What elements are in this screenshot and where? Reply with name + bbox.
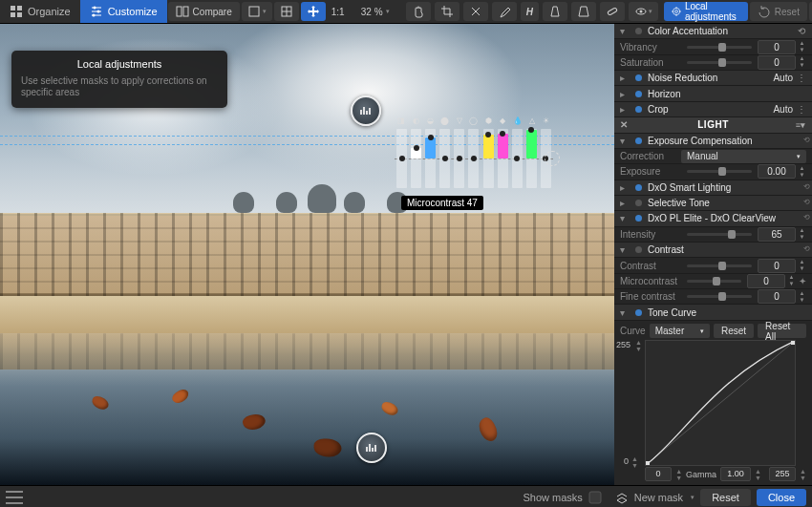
- hdr-crop[interactable]: ▸CropAuto⋮: [614, 102, 812, 117]
- slider-fine-contrast[interactable]: Fine contrast0▲▼: [614, 289, 812, 305]
- stepper-y[interactable]: ▲▼: [635, 339, 642, 352]
- slider-contrast[interactable]: Contrast0▲▼: [614, 258, 812, 273]
- rotate-tool[interactable]: [463, 2, 488, 21]
- wb-tool[interactable]: [492, 2, 517, 21]
- mask-stack-icon[interactable]: [615, 491, 629, 504]
- bandaid-icon: [606, 5, 619, 18]
- svg-point-4: [93, 7, 96, 10]
- row-correction[interactable]: CorrectionManual▾: [614, 149, 812, 164]
- layout-single-button[interactable]: ▾: [242, 2, 272, 21]
- crop-tool[interactable]: [435, 2, 459, 21]
- checkbox-icon[interactable]: [588, 491, 602, 504]
- curve-svg: [646, 341, 795, 465]
- section-light[interactable]: ✕LIGHT≡▾: [614, 117, 812, 133]
- stepper[interactable]: ▲▼: [798, 40, 806, 53]
- svg-rect-21: [646, 461, 650, 465]
- photo-building: [0, 213, 614, 296]
- svg-rect-2: [11, 12, 15, 17]
- move-tool[interactable]: [301, 2, 326, 21]
- gamma-label: Gamma: [686, 470, 716, 479]
- gamma-value[interactable]: 1.00: [720, 467, 751, 481]
- hdr-selective-tone[interactable]: ▸Selective Tone⟲: [614, 196, 812, 211]
- slider-exposure[interactable]: Exposure0.00▲▼: [614, 164, 812, 180]
- repair-tool[interactable]: [600, 2, 625, 21]
- control-knob-top[interactable]: [351, 95, 381, 126]
- correction-select[interactable]: Manual▾: [681, 150, 806, 163]
- organize-tab[interactable]: Organize: [0, 0, 80, 23]
- compare-label: Compare: [193, 7, 232, 17]
- eq-ic-hue: ◯: [469, 116, 479, 125]
- rotate-icon: [469, 5, 482, 18]
- hdr-exposure-comp[interactable]: ▾Exposure Compensation⟲: [614, 134, 812, 149]
- eq-sliders[interactable]: [396, 129, 551, 188]
- move-icon: [307, 5, 320, 18]
- svg-rect-0: [11, 6, 15, 11]
- eq-ic-vign: ▽: [455, 116, 464, 125]
- eq-ic-exposure: ◨: [396, 116, 406, 125]
- customize-tab[interactable]: Customize: [80, 0, 167, 23]
- hdr-color-accentuation[interactable]: ▾Color Accentuation⟲: [614, 24, 812, 39]
- slider-intensity[interactable]: Intensity65▲▼: [614, 227, 812, 243]
- mask-handle-icon[interactable]: [545, 151, 560, 166]
- curve-x-min[interactable]: 0: [645, 467, 672, 481]
- svg-rect-23: [589, 492, 601, 503]
- local-adjustments-button[interactable]: Local adjustments: [664, 2, 748, 21]
- la-label: Local adjustments: [685, 1, 740, 22]
- crop-icon: [440, 5, 454, 18]
- eq-ic-micro: ◒: [425, 116, 435, 125]
- wand-icon[interactable]: ✦: [799, 276, 806, 286]
- filmstrip-toggle[interactable]: [6, 491, 23, 504]
- layout-grid-button[interactable]: [274, 2, 299, 21]
- show-masks-label: Show masks: [523, 492, 582, 503]
- eq-ic-clearview: ⬤: [440, 116, 450, 125]
- stepper-y0[interactable]: ▲▼: [631, 455, 638, 469]
- grid2-icon: [280, 5, 293, 18]
- eq-value-badge: Microcontrast 47: [401, 196, 483, 210]
- eq-ic-contrast: ◐: [411, 116, 420, 125]
- hdr-horizon[interactable]: ▸Horizon: [614, 86, 812, 101]
- tooltip-title: Local adjustments: [21, 58, 218, 70]
- curve-channel-select[interactable]: Master▾: [650, 324, 710, 338]
- close-section-icon[interactable]: ✕: [620, 119, 629, 130]
- keystone-tool[interactable]: [571, 2, 596, 21]
- tool-group: H ▾: [405, 2, 659, 21]
- hand-tool[interactable]: [406, 2, 431, 21]
- slider-saturation[interactable]: Saturation0▲▼: [614, 55, 812, 71]
- control-knob-bottom[interactable]: [356, 433, 387, 463]
- tooltip-body: Use selective masks to apply corrections…: [21, 75, 218, 98]
- reset-top-label: Reset: [775, 7, 800, 17]
- reset-button-top[interactable]: Reset: [750, 2, 807, 21]
- curve-reset-all-button[interactable]: Reset All: [758, 324, 806, 338]
- hdr-tone-curve[interactable]: ▾Tone Curve: [614, 305, 812, 320]
- pipette-icon: [498, 5, 511, 18]
- zoom-percent[interactable]: 32 %▾: [351, 2, 400, 21]
- curve-x-max[interactable]: 255: [769, 467, 796, 481]
- close-button[interactable]: Close: [757, 489, 806, 506]
- equalizer-panel[interactable]: ◨ ◐ ◒ ⬤ ▽ ◯ ⬢ ◆ 💧 △ ☀ Microcontrast 47: [396, 116, 551, 207]
- redeye-tool[interactable]: ▾: [629, 2, 658, 21]
- equalizer-icon: [365, 441, 378, 454]
- hdr-contrast[interactable]: ▾Contrast⟲: [614, 243, 812, 258]
- hdr-noise-reduction[interactable]: ▸Noise ReductionAuto⋮: [614, 71, 812, 86]
- perspective-tool[interactable]: [543, 2, 567, 21]
- section-menu-icon[interactable]: ≡▾: [796, 120, 806, 130]
- svg-rect-8: [183, 7, 188, 16]
- slider-vibrancy[interactable]: Vibrancy0▲▼: [614, 39, 812, 54]
- image-viewer[interactable]: Local adjustments Use selective masks to…: [0, 24, 614, 485]
- curve-reset-button[interactable]: Reset: [714, 324, 754, 338]
- compare-button[interactable]: Compare: [168, 2, 240, 21]
- keystone-icon: [577, 5, 590, 18]
- reset-button-bottom[interactable]: Reset: [700, 489, 751, 506]
- svg-point-5: [96, 11, 99, 13]
- new-mask-button[interactable]: New mask: [634, 492, 683, 503]
- horizon-tool[interactable]: H: [521, 2, 539, 21]
- fit-1to1[interactable]: 1:1: [328, 2, 349, 21]
- compare-icon: [176, 5, 189, 18]
- slider-microcontrast[interactable]: Microcontrast0▲▼✦: [614, 274, 812, 289]
- curve-y-max: 255: [616, 340, 630, 349]
- tone-curve-graph[interactable]: [645, 340, 796, 466]
- eye-icon: [634, 5, 648, 18]
- hdr-clearview[interactable]: ▾DxO PL Elite - DxO ClearView⟲: [614, 211, 812, 226]
- hdr-smart-lighting[interactable]: ▸DxO Smart Lighting⟲: [614, 180, 812, 196]
- equalizer-icon: [359, 104, 373, 117]
